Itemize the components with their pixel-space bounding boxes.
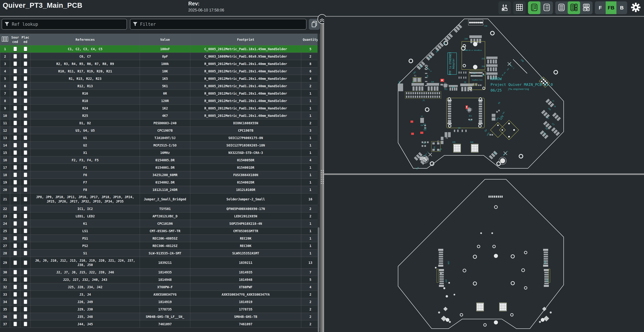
sourced-checkbox[interactable] (14, 322, 17, 326)
bom-row[interactable]: 15 X1 16MHz NX3225GD-STD-CRA-3 1 (0, 149, 320, 156)
bom-row[interactable]: 32 J25, J28, J34, J42 XT60PW-F XT60PWF 4 (0, 283, 320, 291)
bom-row[interactable]: 29 J6, J9, J10, J12, J13, J16, J19, J20,… (0, 257, 320, 268)
sourced-checkbox[interactable] (14, 236, 17, 241)
placed-checkbox[interactable] (24, 229, 27, 233)
header-references[interactable]: References (30, 34, 140, 45)
sourced-checkbox[interactable] (14, 128, 17, 133)
bom-row[interactable]: 25 LS1 CMT-8530S-SMT-TR CMT8530SSMTTR 1 (0, 227, 320, 235)
bom-row[interactable]: 5 R1, R15, R22, R23 1K5 R_0805_2012Metri… (0, 75, 320, 82)
sourced-checkbox[interactable] (14, 299, 17, 304)
sourced-checkbox[interactable] (14, 91, 17, 96)
sourced-checkbox[interactable] (14, 54, 17, 59)
bom-row[interactable]: 36 J35, J48 SM04B-GHS-TB_LF__SN_ SM04B-G… (0, 313, 320, 320)
sourced-checkbox[interactable] (14, 84, 17, 88)
placed-checkbox[interactable] (24, 76, 27, 81)
sourced-checkbox[interactable] (14, 314, 17, 319)
bom-ungrouped-button[interactable] (540, 1, 553, 14)
sourced-checkbox[interactable] (14, 277, 17, 282)
placed-checkbox[interactable] (24, 113, 27, 118)
sourced-checkbox[interactable] (14, 69, 17, 73)
bom-row[interactable]: 6 R12, R13 5K1 R_0805_2012Metric_Pad1.20… (0, 82, 320, 90)
bom-row[interactable]: 9 R24 1K2 R_0805_2012Metric_Pad1.20x1.40… (0, 105, 320, 112)
bom-row[interactable]: 17 F1 0154001.DR 0154001DR 1 (0, 164, 320, 171)
bom-grouped-button[interactable] (528, 1, 540, 14)
layer-front-button[interactable]: F (595, 1, 606, 14)
sourced-checkbox[interactable] (14, 121, 17, 125)
j44-connector[interactable] (471, 144, 478, 152)
placed-checkbox[interactable] (24, 270, 27, 274)
ref-lookup-input[interactable] (2, 19, 127, 30)
sourced-checkbox[interactable] (14, 165, 17, 170)
header-quantity[interactable]: Quantity (301, 34, 320, 45)
sourced-checkbox[interactable] (14, 229, 17, 233)
header-footprint[interactable]: Footprint (190, 34, 301, 45)
settings-button[interactable] (630, 1, 642, 14)
sourced-checkbox[interactable] (14, 180, 17, 185)
placed-checkbox[interactable] (24, 69, 27, 73)
back-dotgrid-left[interactable] (476, 303, 484, 311)
placed-checkbox[interactable] (24, 128, 27, 133)
bom-row[interactable]: 11 D1, D2 PESD0603-240 DIONC1608X55N 2 (0, 119, 320, 127)
placed-checkbox[interactable] (24, 307, 27, 311)
layout-bom-only-button[interactable] (555, 1, 568, 14)
bom-row[interactable]: 21 JP8, JP9, JP10, JP11, JP16, JP17, JP1… (0, 194, 320, 205)
bom-row[interactable]: 3 R2, R3, R4, R5, R6, R7, R8, R9 100k R_… (0, 60, 320, 68)
placed-checkbox[interactable] (24, 143, 27, 147)
bom-row[interactable]: 8 R18 120R R_0805_2012Metric_Pad1.20x1.4… (0, 97, 320, 105)
sourced-checkbox[interactable] (14, 47, 17, 51)
placed-checkbox[interactable] (24, 236, 27, 241)
placed-checkbox[interactable] (24, 84, 27, 88)
sourced-checkbox[interactable] (14, 173, 17, 177)
placed-checkbox[interactable] (24, 180, 27, 185)
sourced-checkbox[interactable] (14, 143, 17, 147)
placed-checkbox[interactable] (24, 299, 27, 304)
sourced-checkbox[interactable] (14, 307, 17, 311)
placed-checkbox[interactable] (24, 106, 27, 110)
sourced-checkbox[interactable] (14, 214, 17, 218)
sourced-checkbox[interactable] (14, 150, 17, 155)
sourced-checkbox[interactable] (14, 106, 17, 110)
placed-checkbox[interactable] (24, 322, 27, 326)
front-canvas[interactable]: PPP to ETHERNETAdapterARROWProject Quive… (324, 17, 644, 174)
bom-row[interactable]: 30 J2, J7, J8, J15, J22, J39, J46 181493… (0, 268, 320, 276)
bom-row[interactable]: 14 U2 MCP2515-I/SO SOIC127P1030X265-18N … (0, 142, 320, 149)
bom-row[interactable]: 2 C6, C7 8pF C_0603_1608Metric_Pad1.08x0… (0, 53, 320, 60)
placed-checkbox[interactable] (24, 173, 27, 177)
bom-row[interactable]: 23 LED1, LED2 APT2012LVBC_D LEDC2012X85N… (0, 213, 320, 220)
sourced-checkbox[interactable] (14, 187, 17, 192)
save-settings-button[interactable] (498, 1, 511, 14)
back-canvas[interactable]: J29J37J30J38 (324, 175, 644, 332)
bom-row[interactable]: 13 U1 TJA1049T/3J SOIC127P600X175-8N 1 (0, 134, 320, 142)
placed-checkbox[interactable] (24, 221, 27, 226)
sourced-checkbox[interactable] (14, 270, 17, 274)
sourced-checkbox[interactable] (14, 135, 17, 140)
bom-row[interactable]: 37 J44, J45 7461097 7461097 2 (0, 320, 320, 328)
bom-row[interactable]: 7 R16 0R R_0805_2012Metric_Pad1.20x1.40m… (0, 90, 320, 97)
bom-row[interactable]: 16 F2, F3, F4, F5 0154005.DR 0154005DR 4 (0, 156, 320, 164)
sourced-checkbox[interactable] (14, 285, 17, 289)
placed-checkbox[interactable] (24, 214, 27, 218)
bom-scrollbar-thumb[interactable] (318, 227, 320, 332)
sourced-checkbox[interactable] (14, 98, 17, 103)
placed-checkbox[interactable] (24, 292, 27, 297)
sourced-checkbox[interactable] (14, 76, 17, 81)
bom-row[interactable]: 24 K1 CPC1019N SOP254P610X218-4N 1 (0, 220, 320, 227)
stats-button[interactable] (513, 1, 526, 14)
bom-row[interactable]: 10 R25 4K7 R_0805_2012Metric_Pad1.20x1.4… (0, 112, 320, 119)
sourced-checkbox[interactable] (14, 251, 17, 255)
placed-checkbox[interactable] (24, 243, 27, 248)
sourced-checkbox[interactable] (14, 206, 17, 211)
header-sourced[interactable]: Sourced (10, 34, 20, 45)
sourced-checkbox[interactable] (14, 197, 17, 202)
canvas-divider[interactable] (324, 174, 644, 175)
sourced-checkbox[interactable] (14, 243, 17, 248)
placed-checkbox[interactable] (24, 121, 27, 125)
bom-scrollbar[interactable] (318, 34, 320, 332)
placed-checkbox[interactable] (24, 277, 27, 282)
placed-checkbox[interactable] (24, 135, 27, 140)
layout-left-right-button[interactable]: F B (568, 1, 580, 14)
placed-checkbox[interactable] (24, 314, 27, 319)
placed-checkbox[interactable] (24, 165, 27, 170)
bom-row[interactable]: 1 C1, C2, C3, C4, C5 100nF C_0805_2012Me… (0, 45, 320, 53)
placed-checkbox[interactable] (24, 260, 27, 265)
